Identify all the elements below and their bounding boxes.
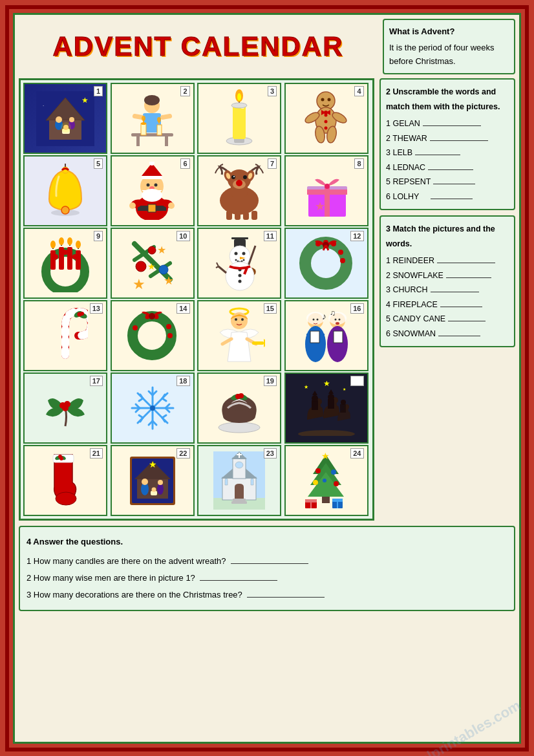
calendar-cell-24: 24 ★ [284,445,368,516]
three-kings-icon: ★ ★ ★ [297,381,356,436]
cell-number-17: 17 [90,376,103,386]
calendar-cell-7: 7 [197,155,281,226]
outer-border: ADVENT CALENDAR What is Advent? It is th… [5,5,529,751]
svg-point-241 [328,394,334,400]
svg-rect-244 [340,404,346,413]
gingerbread-icon [302,89,350,147]
svg-point-40 [321,98,325,102]
svg-rect-89 [243,212,249,220]
svg-point-262 [158,480,163,485]
exercise4-item-1: 1 How many candles are there on the adve… [27,553,507,570]
svg-point-287 [323,479,326,482]
exercise3-item-6: 6 SNOWMAN [386,327,509,341]
svg-point-105 [50,241,56,248]
christmas-tree-present-icon: ★ [299,451,354,510]
svg-text:★: ★ [164,274,174,287]
cell-number-1: 1 [94,86,103,96]
svg-rect-189 [334,331,343,343]
svg-rect-19 [136,136,140,146]
candy-cane-icon [43,307,88,365]
svg-rect-109 [67,247,72,270]
cell-number-4: 4 [354,86,363,96]
cell-number-19: 19 [264,376,277,386]
calendar-cell-9: 9 [23,228,107,299]
reindeer-icon [210,162,268,220]
info-answer: It is the period of four weeks before Ch… [389,41,509,69]
svg-point-251 [59,457,63,460]
cell-number-8: 8 [354,158,363,169]
svg-point-84 [231,175,235,179]
svg-point-57 [61,206,69,214]
cell-number-22: 22 [176,448,189,459]
calendar-cell-3: 3 [197,83,281,154]
svg-point-123 [136,261,146,272]
svg-point-36 [237,93,241,101]
svg-point-153 [340,258,345,263]
exercise2-item-3: 3 LELB [386,146,509,160]
cell-number-6: 6 [180,158,189,169]
bottom-section: 4 Answer the questions. 1 How many candl… [19,526,515,611]
svg-text:★: ★ [147,261,156,272]
cell-number-20: 20 [350,376,363,386]
svg-point-161 [80,312,84,316]
svg-point-169 [133,325,138,330]
cell-number-23: 23 [264,448,277,459]
svg-point-193 [338,319,340,321]
svg-rect-240 [328,399,334,409]
svg-rect-20 [165,136,168,146]
svg-point-141 [239,274,242,277]
svg-point-260 [142,479,148,485]
calendar-cell-15: 15 [197,300,281,371]
svg-point-284 [331,470,336,475]
exercise3-item-3: 3 CHURCH [386,283,509,297]
svg-rect-61 [148,204,156,212]
watermark: eslprintables.com [411,697,524,756]
exercise2-item-1: 1 GELAN [386,116,509,131]
calendar-cell-8: 8 [284,155,368,226]
wreath-bow-icon [299,236,354,291]
exercise3-item-4: 4 FIREPLACE [386,297,509,312]
svg-point-86 [233,176,235,177]
exercise3-item-1: 1 REINDEER [386,254,509,268]
pudding-icon [213,381,265,436]
svg-rect-127 [231,237,248,239]
angel-icon [213,307,265,365]
svg-rect-276 [231,501,247,504]
cell-number-24: 24 [350,448,363,459]
svg-rect-275 [233,499,246,501]
calendar-cell-10: 10 ★ ★ ★ [111,228,195,299]
svg-point-283 [315,468,321,473]
calendar-cell-11: 11 [197,228,281,299]
calendar-cell-5: 5 [23,155,107,226]
svg-point-8 [69,117,74,122]
svg-point-96 [325,184,330,189]
svg-point-41 [328,98,331,102]
svg-text:★: ★ [321,451,330,461]
exercise4-item-2: 2 How many wise men are there in picture… [27,570,507,587]
svg-point-142 [239,280,242,283]
cell-number-15: 15 [264,303,277,314]
inner-wrapper: ADVENT CALENDAR What is Advent? It is th… [13,13,521,744]
svg-text:★: ★ [343,387,346,391]
svg-point-170 [149,313,155,319]
svg-text:★: ★ [149,459,157,470]
cell-number-9: 9 [94,231,103,241]
svg-point-67 [155,184,158,187]
exercise3-box: 3 Match the pictures and the words. 1 RE… [379,215,515,347]
svg-rect-290 [310,499,312,508]
svg-point-222 [150,405,155,411]
carolers-icon: ♪ ♫ [297,307,356,365]
exercise2-item-4: 4 LEDNAC [386,160,509,175]
svg-rect-87 [226,211,232,220]
holly-icon [38,381,93,436]
svg-rect-188 [310,331,319,343]
svg-rect-25 [157,125,162,135]
svg-point-133 [235,259,237,261]
svg-rect-112 [76,250,81,270]
svg-rect-88 [235,212,240,220]
calendar-cell-23: 23 [197,445,281,516]
svg-point-66 [147,184,150,187]
svg-rect-63 [142,176,162,179]
candles-person-icon [125,91,180,146]
calendar-cell-17: 17 [23,373,107,444]
